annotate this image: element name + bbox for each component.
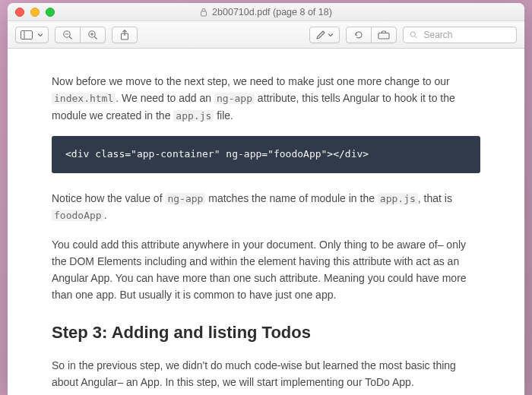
share-button[interactable] [112,27,138,43]
svg-line-14 [415,36,417,38]
section-heading: Step 3: Adding and listing Todos [52,320,480,346]
svg-rect-0 [201,11,207,16]
inline-code: app.js [173,110,214,122]
rotate-button[interactable] [346,27,372,43]
paragraph: Now before we move to the next step, we … [52,73,480,124]
search-input[interactable] [422,29,510,41]
chevron-down-icon [328,32,334,38]
inline-code: app.js [378,193,418,204]
minimize-button[interactable] [30,8,40,17]
toolbar [8,21,524,49]
inline-code: foodoApp [52,210,104,221]
share-icon [120,30,129,40]
edit-toolbar-button[interactable] [371,27,397,43]
search-field[interactable] [403,27,517,43]
close-button[interactable] [15,8,24,17]
paragraph: So in the previous step, we didn't do mu… [52,357,480,390]
document-content: Now before we move to the next step, we … [8,49,524,395]
window-controls [8,8,55,17]
zoom-out-button[interactable] [55,27,81,43]
zoom-out-icon [62,30,73,40]
paragraph: Notice how the value of ng-app matches t… [52,190,480,224]
lock-icon [200,8,207,17]
view-group [346,27,397,43]
window-title-text: 2b00710d.pdf (page 8 of 18) [212,7,332,17]
paragraph: You could add this attribute anywhere in… [52,236,480,303]
sidebar-icon [21,30,33,40]
svg-rect-1 [21,30,33,39]
sidebar-toggle-button[interactable] [15,27,49,43]
inline-code: ng-app [165,193,205,204]
svg-line-4 [69,36,71,39]
inline-code: ng-app [214,93,255,104]
rotate-icon [353,30,364,40]
markup-button[interactable] [309,27,340,43]
svg-line-7 [94,36,97,39]
svg-point-13 [410,31,415,36]
preview-window: 2b00710d.pdf (page 8 of 18) [8,3,524,395]
zoom-in-icon [87,30,98,40]
inline-code: index.html [52,93,116,104]
code-block: <div class="app-container" ng-app="foodo… [52,136,480,173]
titlebar: 2b00710d.pdf (page 8 of 18) [8,3,524,21]
zoom-group [55,27,106,43]
zoom-in-button[interactable] [80,27,106,43]
search-icon [410,30,417,40]
svg-rect-12 [378,33,389,39]
maximize-button[interactable] [46,8,55,17]
window-title: 2b00710d.pdf (page 8 of 18) [8,7,524,17]
pencil-icon [315,30,326,40]
toolbox-icon [378,30,390,40]
chevron-down-icon [37,32,43,38]
